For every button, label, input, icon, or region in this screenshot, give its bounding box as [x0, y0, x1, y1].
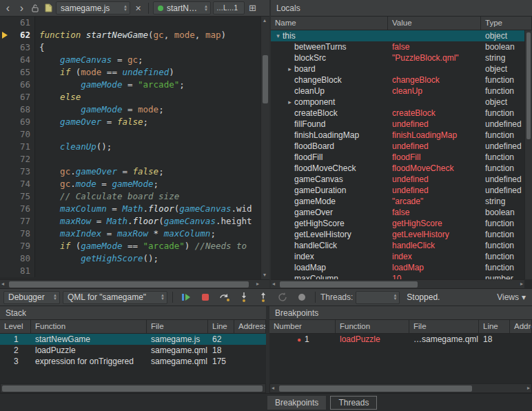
locals-horizontal-scrollbar[interactable]: ◂ ▸ — [271, 279, 524, 288]
locals-row[interactable]: gameOverfalseboolean — [271, 207, 524, 218]
go-forward-button[interactable]: › — [16, 1, 28, 15]
line-indicator-dropdown[interactable]: …L…1 — [213, 1, 245, 14]
locals-row[interactable]: indexindexfunction — [271, 251, 524, 262]
locals-row[interactable]: changeBlockchangeBlockfunction — [271, 74, 524, 86]
code-line[interactable]: 61 — [0, 17, 260, 29]
engine-selector-dropdown[interactable]: QML for "samegame" ▲▼ — [63, 291, 167, 304]
column-header-type[interactable]: Type — [481, 17, 532, 30]
record-icon[interactable] — [294, 290, 310, 305]
code-line[interactable]: 63{ — [0, 41, 260, 54]
scroll-left-icon[interactable]: ◂ — [272, 384, 274, 392]
column-header-address[interactable]: Address — [234, 320, 266, 334]
step-out-icon[interactable] — [255, 290, 272, 305]
code-line[interactable]: 62function startNewGame(gc, mode, map) — [0, 29, 260, 41]
code-line[interactable]: 75 // Calculate board size — [0, 190, 260, 203]
column-header-value[interactable]: Value — [388, 17, 481, 30]
breakpoint-margin[interactable] — [0, 166, 11, 178]
column-header-level[interactable]: Level — [0, 320, 31, 334]
expander-icon[interactable]: ▾ — [274, 30, 283, 41]
code-line[interactable]: 69 gameOver = false; — [0, 116, 260, 128]
stop-debugger-icon[interactable] — [197, 290, 214, 305]
locals-row[interactable]: finishLoadingMapfinishLoadingMapfunction — [271, 130, 524, 141]
breakpoint-margin[interactable] — [0, 252, 11, 265]
breakpoints-horizontal-scrollbar[interactable]: ◂ ▸ — [269, 383, 532, 393]
breakpoint-margin[interactable] — [0, 203, 11, 215]
locals-row[interactable]: loadMaploadMapfunction — [271, 262, 524, 273]
code-line[interactable]: 81 — [0, 265, 260, 277]
editor-vertical-scrollbar[interactable]: ▴ ▾ — [260, 17, 269, 279]
locals-row[interactable]: getHighScoregetHighScorefunction — [271, 218, 524, 229]
column-header-line[interactable]: Line — [479, 320, 510, 334]
scroll-left-icon[interactable]: ◂ — [272, 280, 275, 288]
column-header-file[interactable]: File — [409, 320, 479, 334]
locals-row[interactable]: betweenTurnsfalseboolean — [271, 41, 524, 52]
locals-row[interactable]: fillFoundundefinedundefined — [271, 119, 524, 130]
locals-row[interactable]: gameMode"arcade"string — [271, 196, 524, 207]
symbol-dropdown[interactable]: startN… ▲▼ — [153, 1, 211, 14]
code-line[interactable]: 76 maxColumn = Math.floor(gameCanvas.wid — [0, 203, 260, 215]
code-line[interactable]: 73 gc.gameOver = false; — [0, 166, 260, 178]
go-back-button[interactable]: ‹ — [2, 1, 14, 15]
breakpoint-margin[interactable] — [0, 17, 11, 29]
locals-hscroll-handle[interactable] — [280, 281, 418, 288]
locals-row[interactable]: floodMoveCheckfloodMoveCheckfunction — [271, 163, 524, 174]
editor-vscroll-handle[interactable] — [263, 55, 268, 103]
locals-row[interactable]: maxColumn10number — [271, 273, 524, 279]
split-editor-icon[interactable]: ⊞ — [247, 1, 258, 15]
breakpoint-margin[interactable] — [0, 41, 11, 54]
code-line[interactable]: 65 if (mode == undefined) — [0, 66, 260, 79]
breakpoint-margin[interactable] — [0, 178, 11, 190]
scroll-right-icon[interactable]: ▸ — [256, 280, 259, 288]
breakpoint-margin[interactable] — [0, 66, 11, 79]
continue-icon[interactable] — [178, 290, 194, 305]
column-header-name[interactable]: Name — [271, 17, 388, 30]
code-line[interactable]: 72 — [0, 153, 260, 166]
step-over-icon[interactable] — [216, 290, 233, 305]
locals-vertical-scrollbar[interactable] — [524, 30, 532, 279]
locals-row[interactable]: ▸boardobject — [271, 63, 524, 74]
breakpoint-margin[interactable] — [0, 228, 11, 240]
locals-row[interactable]: gameDurationundefinedundefined — [271, 185, 524, 196]
expander-icon[interactable]: ▸ — [285, 97, 294, 108]
editor-horizontal-scrollbar[interactable]: ◂ ▸ — [0, 279, 269, 288]
breakpoint-margin[interactable] — [0, 265, 11, 277]
locals-row[interactable]: createBlockcreateBlockfunction — [271, 108, 524, 119]
code-area[interactable]: 6162function startNewGame(gc, mode, map)… — [0, 17, 260, 279]
stack-horizontal-scrollbar[interactable] — [0, 383, 266, 393]
code-line[interactable]: 71 cleanUp(); — [0, 141, 260, 153]
breakpoint-margin[interactable] — [0, 215, 11, 228]
code-line[interactable]: 74 gc.mode = gameMode; — [0, 178, 260, 190]
locals-row[interactable]: floodBoardundefinedundefined — [271, 141, 524, 152]
scroll-down-icon[interactable]: ▾ — [263, 271, 266, 279]
code-line[interactable]: 64 gameCanvas = gc; — [0, 54, 260, 66]
locals-row[interactable]: getLevelHistorygetLevelHistoryfunction — [271, 229, 524, 240]
breakpoint-margin[interactable] — [0, 128, 11, 141]
code-line[interactable]: 68 gameMode = mode; — [0, 103, 260, 116]
step-into-icon[interactable] — [236, 290, 252, 305]
stack-frame-row[interactable]: 3expression for onTriggeredsamegame.qml1… — [0, 356, 266, 367]
editor-pane[interactable]: 6162function startNewGame(gc, mode, map)… — [0, 17, 269, 288]
breakpoint-margin[interactable] — [0, 141, 11, 153]
column-header-function[interactable]: Function — [31, 320, 147, 334]
scroll-up-icon[interactable]: ▴ — [263, 17, 266, 25]
scroll-left-icon[interactable]: ◂ — [1, 280, 4, 288]
column-header-address[interactable]: Address — [510, 320, 532, 334]
breakpoint-margin[interactable] — [0, 91, 11, 103]
stack-frame-row[interactable]: 1startNewGamesamegame.js62 — [0, 334, 266, 345]
breakpoint-margin[interactable] — [0, 103, 11, 116]
column-header-number[interactable]: Number — [269, 320, 336, 334]
file-selector-dropdown[interactable]: samegame.js ▲▼ — [56, 1, 130, 14]
restart-icon[interactable] — [274, 290, 291, 305]
editor-hscroll-handle[interactable] — [9, 281, 249, 288]
code-line[interactable]: 66 gameMode = "arcade"; — [0, 79, 260, 91]
locals-row[interactable]: cleanUpcleanUpfunction — [271, 86, 524, 97]
scroll-right-icon[interactable]: ▸ — [520, 280, 523, 288]
code-line[interactable]: 79 if (gameMode == "arcade") //Needs to — [0, 240, 260, 252]
code-line[interactable]: 80 getHighScore(); — [0, 252, 260, 265]
expander-icon[interactable]: ▸ — [285, 63, 294, 74]
breakpoint-margin[interactable] — [0, 116, 11, 128]
locals-row[interactable]: ▾thisobject — [271, 30, 524, 41]
breakpoint-margin[interactable] — [0, 153, 11, 166]
tab-breakpoints[interactable]: Breakpoints — [267, 396, 326, 410]
breakpoint-row[interactable]: ●1loadPuzzle…samegame.qml18 — [269, 334, 532, 345]
